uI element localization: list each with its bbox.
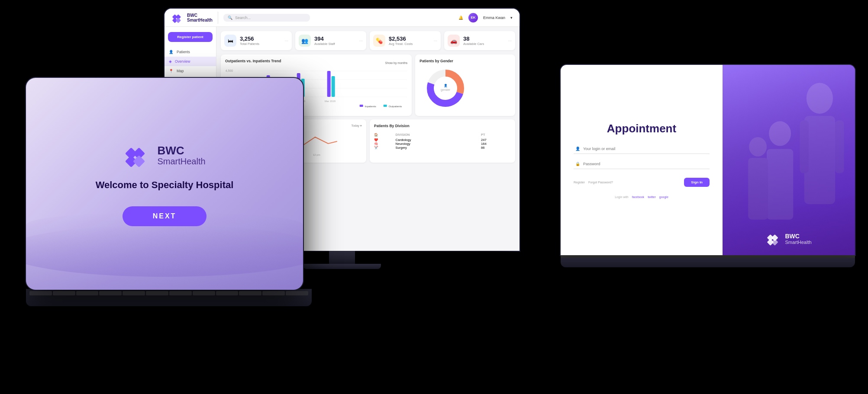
stat-icon-cars: 🚗 (448, 35, 460, 47)
tablet-device: BWC SmartHealth Welcome to Specialty Hos… (26, 78, 312, 306)
laptop-brand-name: BWC (785, 233, 811, 240)
stat-value: 394 (314, 35, 335, 42)
twitter-link[interactable]: twitter (648, 195, 656, 199)
tablet-wave2-deco (26, 225, 303, 277)
monitor-stand (329, 251, 355, 264)
svg-text:4,500: 4,500 (226, 69, 233, 72)
laptop-screen: Appointment 👤 🔒 Register Forgot Password… (561, 65, 855, 255)
svg-text:12 pm: 12 pm (313, 154, 320, 156)
google-link[interactable]: google (659, 195, 668, 199)
sidebar-item-map[interactable]: 📍 Map (165, 66, 216, 76)
sidebar-item-patients[interactable]: 👤 Patients (165, 47, 216, 57)
svg-text:Inpatients: Inpatients (365, 105, 376, 108)
stat-icon-staff: 👥 (299, 35, 311, 47)
stat-label: Available Staff (314, 42, 335, 46)
stat-label: Available Cars (463, 42, 484, 46)
stat-text: 38 Available Cars (463, 35, 484, 46)
stat-label: Avg Treat. Costs (389, 42, 413, 46)
map-icon: 📍 (169, 69, 174, 73)
more-icon[interactable]: ··· (359, 38, 363, 43)
laptop-lid: Appointment 👤 🔒 Register Forgot Password… (561, 65, 855, 255)
svg-text:👤: 👤 (444, 83, 448, 87)
key (262, 291, 285, 295)
show-by-dropdown[interactable]: Show by months (385, 61, 408, 64)
monitor-avatar: EK (468, 13, 478, 22)
tablet-tagline: Welcome to Specialty Hospital (96, 179, 234, 191)
key (146, 291, 168, 295)
login-with-label: Login with (615, 195, 629, 199)
svg-rect-30 (384, 105, 387, 107)
user-name: Emma Kwan (483, 16, 505, 20)
stats-row: 🛏 3,256 Total Patients ··· 👥 39 (221, 31, 515, 50)
key (99, 291, 122, 295)
div-header-name: DIVISION (396, 131, 481, 138)
gender-chart-title: Patients by Gender (419, 59, 511, 63)
div-name: Surgery (396, 146, 481, 150)
div-value: 86 (481, 146, 511, 150)
monitor-base (303, 264, 381, 269)
div-header-value: PT (481, 131, 511, 138)
sidebar-label: Patients (177, 50, 190, 54)
search-placeholder: Search... (235, 16, 251, 20)
svg-rect-25 (327, 71, 331, 97)
tablet-keyboard (26, 289, 312, 306)
facebook-link[interactable]: facebook (632, 195, 644, 199)
forgot-password-link[interactable]: Forgot Password? (588, 181, 613, 184)
login-password-input[interactable] (574, 159, 710, 169)
login-panel: Appointment 👤 🔒 Register Forgot Password… (561, 65, 723, 255)
svg-rect-28 (360, 105, 363, 107)
stat-icon-patients: 🛏 (224, 35, 236, 47)
division-chart-card: Patients By Division 🏠 DIVISION PT (370, 119, 515, 163)
div-value: 164 (481, 142, 511, 146)
key (53, 291, 75, 295)
monitor-brand-name: BWC (187, 13, 213, 18)
tablet-brand-name: BWC (157, 144, 205, 157)
signin-button[interactable]: Sign In (684, 178, 710, 187)
svg-text:gender: gender (441, 88, 450, 92)
key (193, 291, 215, 295)
stat-text: $2,536 Avg Treat. Costs (389, 35, 413, 46)
users-icon: 👤 (169, 50, 174, 54)
stat-text: 3,256 Total Patients (240, 35, 259, 46)
today-dropdown[interactable]: Today ▾ (351, 124, 362, 128)
svg-rect-52 (771, 239, 778, 246)
chevron-down-icon: ▾ (510, 16, 513, 20)
laptop-device: Appointment 👤 🔒 Register Forgot Password… (561, 65, 855, 267)
key (216, 291, 239, 295)
svg-text:Outpatients: Outpatients (389, 105, 402, 108)
login-email-input[interactable] (574, 144, 710, 154)
tablet-frame: BWC SmartHealth Welcome to Specialty Hos… (26, 78, 303, 290)
stat-value: 38 (463, 35, 484, 42)
stat-available-cars: 🚗 38 Available Cars ··· (444, 31, 515, 50)
login-footer: Register Forgot Password? Sign In (574, 178, 710, 187)
tablet-brand-sub: SmartHealth (157, 157, 205, 166)
register-patient-button[interactable]: Register patient (168, 32, 213, 42)
table-row: 🏠 DIVISION PT (374, 131, 511, 138)
tablet-next-button[interactable]: NEXT (123, 206, 207, 226)
div-name: Cardiology (396, 138, 481, 142)
stat-avg-costs: 💊 $2,536 Avg Treat. Costs ··· (370, 31, 441, 50)
svg-rect-7 (176, 17, 181, 22)
table-row: ✂️ Surgery 86 (374, 146, 511, 150)
more-icon[interactable]: ··· (434, 38, 437, 43)
sidebar-item-overview[interactable]: ◈ Overview (165, 57, 216, 66)
monitor-bwc-icon (171, 12, 184, 24)
division-chart-title: Patients By Division (374, 124, 511, 128)
notification-icon[interactable]: 🔔 (458, 16, 463, 20)
lock-icon: 🔒 (575, 162, 580, 166)
more-icon[interactable]: ··· (508, 38, 512, 43)
register-link[interactable]: Register (574, 181, 585, 184)
tablet-logo-text: BWC SmartHealth (157, 144, 205, 167)
search-icon: 🔍 (228, 16, 232, 20)
photo-overlay (723, 65, 855, 255)
div-icon: ✂️ (374, 146, 396, 150)
key (239, 291, 261, 295)
key (286, 291, 308, 295)
div-name: Neurology (396, 142, 481, 146)
laptop-bwc-icon (766, 231, 781, 247)
more-icon[interactable]: ··· (285, 38, 288, 43)
tablet-bwc-icon (123, 141, 151, 169)
monitor-search[interactable]: 🔍 Search... (223, 14, 310, 22)
sidebar-label: Map (177, 69, 184, 73)
div-icon: 🧠 (374, 142, 396, 146)
